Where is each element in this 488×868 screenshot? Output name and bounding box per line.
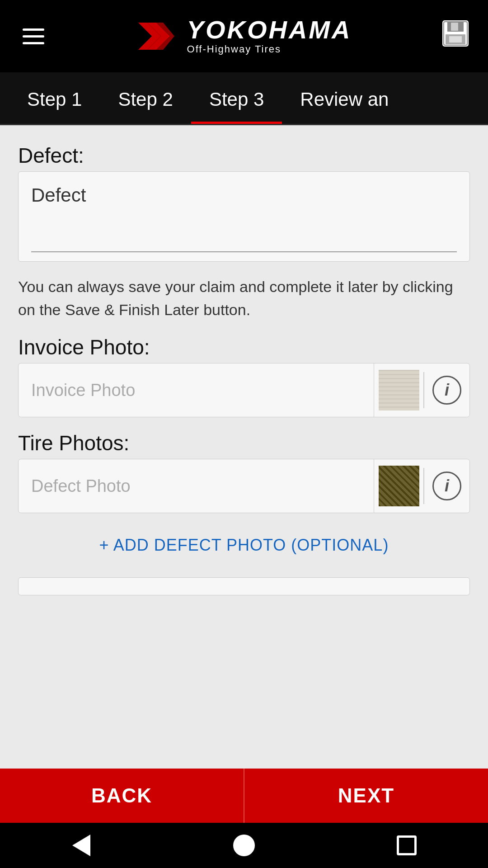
back-triangle-icon <box>72 835 90 856</box>
tab-review[interactable]: Review an <box>282 72 407 124</box>
recent-square-icon <box>397 835 417 855</box>
back-system-button[interactable] <box>63 827 99 863</box>
invoice-photo-placeholder: Invoice Photo <box>19 381 374 400</box>
invoice-thumb-image <box>379 370 419 410</box>
svg-rect-9 <box>449 36 462 42</box>
brand-name: YOKOHAMA <box>187 17 352 42</box>
defect-photo-field[interactable]: Defect Photo i <box>18 459 470 513</box>
back-button[interactable]: BACK <box>0 769 244 823</box>
app-header: YOKOHAMA Off-Highway Tires <box>0 0 488 72</box>
invoice-info-button[interactable]: i <box>424 363 469 417</box>
invoice-photo-label: Invoice Photo: <box>18 335 470 359</box>
logo-text: YOKOHAMA Off-Highway Tires <box>187 17 352 55</box>
invoice-photo-section: Invoice Photo: Invoice Photo i <box>18 335 470 417</box>
tab-step2[interactable]: Step 2 <box>100 72 191 124</box>
partial-next-section <box>18 577 470 595</box>
defect-info-icon: i <box>432 472 461 500</box>
svg-rect-7 <box>451 23 458 31</box>
info-icon: i <box>432 376 461 405</box>
tab-step3[interactable]: Step 3 <box>191 72 282 124</box>
brand-subtitle: Off-Highway Tires <box>187 43 281 55</box>
invoice-photo-thumbnail <box>374 363 423 417</box>
defect-info-button[interactable]: i <box>424 459 469 513</box>
input-underline <box>31 251 457 252</box>
defect-thumb-image <box>379 466 419 506</box>
next-button[interactable]: NEXT <box>244 769 488 823</box>
invoice-photo-field[interactable]: Invoice Photo i <box>18 363 470 417</box>
tab-step1[interactable]: Step 1 <box>9 72 100 124</box>
defect-input[interactable]: Defect <box>18 171 470 262</box>
menu-button[interactable] <box>18 24 49 49</box>
yokohama-arrow-icon <box>138 18 179 54</box>
main-content: Defect: Defect You can always save your … <box>0 125 488 769</box>
home-system-button[interactable] <box>226 827 262 863</box>
bottom-nav: BACK NEXT <box>0 769 488 823</box>
save-notice: You can always save your claim and compl… <box>18 275 470 321</box>
defect-section: Defect: Defect <box>18 143 470 262</box>
save-button[interactable] <box>441 19 470 53</box>
add-defect-photo-button[interactable]: + ADD DEFECT PHOTO (OPTIONAL) <box>18 527 470 564</box>
tire-photos-section: Tire Photos: Defect Photo i <box>18 431 470 513</box>
defect-photo-thumbnail <box>374 459 423 513</box>
recent-system-button[interactable] <box>389 827 425 863</box>
tire-photos-label: Tire Photos: <box>18 431 470 455</box>
logo-container: YOKOHAMA Off-Highway Tires <box>138 17 352 55</box>
defect-label: Defect: <box>18 143 470 168</box>
home-circle-icon <box>233 835 255 856</box>
system-nav-bar <box>0 823 488 868</box>
step-tabs: Step 1 Step 2 Step 3 Review an <box>0 72 488 125</box>
defect-photo-placeholder: Defect Photo <box>19 476 374 496</box>
